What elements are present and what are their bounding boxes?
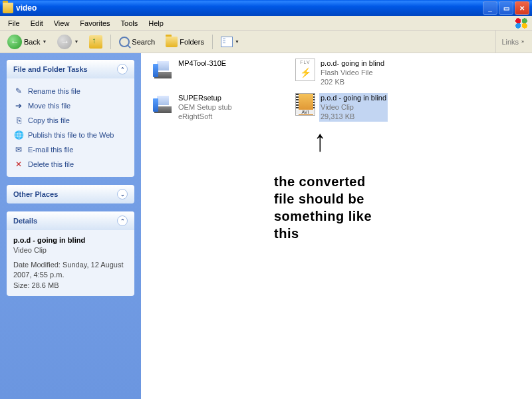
collapse-icon: ⌃: [117, 215, 128, 226]
details-size: Size: 28.6 MB: [13, 281, 128, 291]
forward-button[interactable]: → ▼: [53, 32, 83, 52]
file-type: Flash Video File: [321, 68, 384, 78]
sidebar: File and Folder Tasks ⌃ ✎ Rename this fi…: [0, 53, 141, 399]
task-label: E-mail this file: [28, 146, 73, 154]
file-name: p.o.d- going in blind: [321, 59, 384, 68]
file-item-supersetup[interactable]: SUPERsetup OEM Setup stub eRightSoft: [150, 92, 283, 123]
task-delete[interactable]: ✕ Delete this file: [13, 157, 128, 172]
globe-icon: 🌐: [13, 130, 24, 140]
menu-favorites[interactable]: Favorites: [74, 18, 115, 29]
chevron-down-icon: ▼: [235, 39, 239, 44]
task-label: Copy this file: [28, 116, 70, 124]
task-label: Publish this file to the Web: [28, 131, 114, 139]
main-area: File and Folder Tasks ⌃ ✎ Rename this fi…: [0, 53, 532, 399]
menu-tools[interactable]: Tools: [116, 18, 144, 29]
chevron-down-icon: ▼: [42, 39, 47, 44]
search-label: Search: [132, 38, 155, 46]
folder-up-icon: [89, 35, 102, 49]
menu-file[interactable]: File: [3, 18, 25, 29]
annotation-text: the converted file should be something l…: [274, 173, 372, 242]
menu-view[interactable]: View: [49, 18, 75, 29]
file-company: eRightSoft: [178, 112, 232, 122]
copy-icon: ⎘: [13, 115, 24, 126]
back-label: Back: [24, 38, 40, 46]
file-name: MP4Tool-310E: [178, 59, 226, 68]
chevron-right-icon: »: [521, 39, 524, 44]
details-panel: Details ⌃ p.o.d - going in blind Video C…: [7, 211, 134, 296]
folders-label: Folders: [180, 38, 204, 46]
details-type: Video Clip: [13, 245, 128, 255]
toolbar: ← Back ▼ → ▼ Search Folders ▼ Links »: [0, 31, 532, 53]
other-places-header[interactable]: Other Places ⌄: [7, 185, 134, 203]
exe-icon: [153, 60, 173, 80]
minimize-button[interactable]: _: [483, 1, 497, 15]
folders-icon: [166, 37, 178, 47]
task-email[interactable]: ✉ E-mail this file: [13, 142, 128, 157]
search-icon: [119, 37, 130, 47]
window-title: video: [16, 3, 483, 13]
details-title: Details: [13, 217, 37, 225]
task-label: Rename this file: [28, 87, 80, 95]
file-item-flv[interactable]: p.o.d- going in blind Flash Video File 2…: [293, 57, 426, 88]
task-copy[interactable]: ⎘ Copy this file: [13, 113, 128, 128]
file-list[interactable]: MP4Tool-310E SUPERsetup OEM Setup stub e…: [141, 53, 532, 399]
collapse-icon: ⌃: [117, 64, 128, 74]
menu-help[interactable]: Help: [143, 18, 169, 29]
rename-icon: ✎: [13, 86, 24, 96]
folders-button[interactable]: Folders: [161, 34, 209, 50]
back-arrow-icon: ←: [7, 35, 22, 49]
flv-icon: [295, 59, 315, 81]
file-type: Video Clip: [321, 103, 386, 112]
file-name: p.o.d - going in blind: [321, 94, 386, 103]
task-rename[interactable]: ✎ Rename this file: [13, 84, 128, 98]
file-desc: OEM Setup stub: [178, 103, 232, 112]
file-size: 202 KB: [321, 78, 384, 87]
chevron-down-icon: ▼: [74, 39, 78, 44]
views-icon: [221, 37, 233, 47]
file-name: SUPERsetup: [178, 94, 232, 103]
email-icon: ✉: [13, 144, 24, 155]
forward-arrow-icon: →: [57, 35, 72, 49]
file-item-avi[interactable]: p.o.d - going in blind Video Clip 29,313…: [293, 92, 426, 123]
move-icon: ➔: [13, 100, 24, 111]
file-item-mp4tool[interactable]: MP4Tool-310E: [150, 57, 283, 82]
views-button[interactable]: ▼: [216, 34, 244, 50]
details-name: p.o.d - going in blind: [13, 235, 128, 245]
menu-edit[interactable]: Edit: [25, 18, 49, 29]
annotation-arrow-icon: ↑: [314, 124, 327, 158]
other-places-title: Other Places: [13, 190, 58, 198]
tasks-title: File and Folder Tasks: [13, 65, 88, 73]
expand-icon: ⌄: [117, 189, 128, 200]
task-label: Move this file: [28, 102, 70, 110]
file-size: 29,313 KB: [321, 112, 386, 122]
task-label: Delete this file: [28, 160, 74, 168]
exe-icon: [153, 94, 173, 114]
separator: [110, 35, 111, 49]
close-button[interactable]: ✕: [515, 1, 529, 15]
delete-icon: ✕: [13, 159, 24, 170]
task-publish[interactable]: 🌐 Publish this file to the Web: [13, 128, 128, 142]
links-label: Links: [501, 38, 519, 46]
search-button[interactable]: Search: [114, 34, 160, 50]
up-button[interactable]: [84, 33, 107, 51]
links-panel[interactable]: Links »: [495, 31, 529, 53]
tasks-panel: File and Folder Tasks ⌃ ✎ Rename this fi…: [7, 60, 134, 177]
details-modified: Date Modified: Sunday, 12 August 2007, 4…: [13, 260, 128, 281]
folder-icon: [3, 3, 13, 13]
windows-flag-icon: [513, 17, 529, 29]
avi-icon: [295, 93, 315, 116]
tasks-header[interactable]: File and Folder Tasks ⌃: [7, 60, 134, 78]
menubar: File Edit View Favorites Tools Help: [0, 16, 532, 31]
maximize-button[interactable]: ▭: [499, 1, 513, 15]
details-header[interactable]: Details ⌃: [7, 211, 134, 230]
separator: [212, 35, 213, 49]
other-places-panel: Other Places ⌄: [7, 185, 134, 203]
titlebar: video _ ▭ ✕: [0, 0, 532, 16]
back-button[interactable]: ← Back ▼: [3, 32, 51, 52]
task-move[interactable]: ➔ Move this file: [13, 98, 128, 113]
